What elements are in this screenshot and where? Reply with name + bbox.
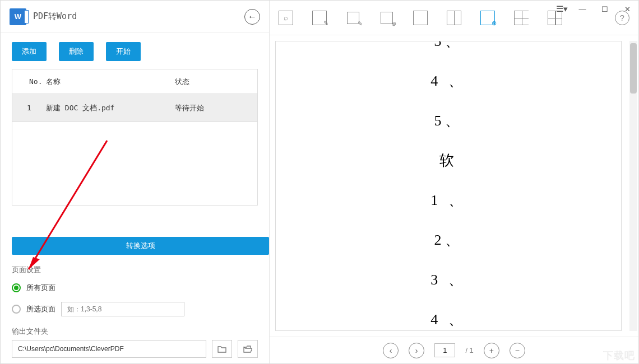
image-edit-icon[interactable]: ✎ [346,11,360,25]
convert-options-button[interactable]: 转换选项 [12,237,269,255]
preview-line: 4 、 [430,71,466,91]
page-title: PDF转Word [33,11,77,22]
output-path-input[interactable] [12,340,206,358]
page-remove-icon[interactable]: ⊗ [480,11,495,25]
start-button[interactable]: 开始 [106,42,141,61]
page-number-input[interactable]: 1 [434,343,455,357]
col-no-header: No. [12,77,46,86]
split-vertical-icon[interactable] [447,11,461,25]
radio-selected-pages-label: 所选页面 [26,304,55,314]
page-range-input[interactable] [61,302,184,316]
window-controls: ☰▾ — ☐ ✕ [552,1,638,17]
scrollbar-thumb[interactable] [630,43,637,94]
col-status-header: 状态 [164,77,257,87]
minimize-button[interactable]: — [571,1,594,17]
file-table: No. 名称 状态 1 新建 DOC 文档.pdf 等待开始 [12,69,258,206]
preview-line: 5、 [434,111,463,130]
radio-all-pages[interactable] [12,283,21,292]
left-header: PDF转Word ← [1,1,269,33]
image-remove-icon[interactable]: ⊗ [379,11,394,25]
word-icon [10,8,26,25]
zoom-out-button[interactable]: − [510,343,525,358]
radio-selected-pages[interactable] [12,305,21,314]
page-total-label: / 1 [465,346,473,354]
row-no: 1 [12,104,46,112]
preview-line: 3、 [434,41,463,51]
vertical-scrollbar[interactable] [629,41,637,331]
col-name-header: 名称 [46,77,164,87]
table-row[interactable]: 1 新建 DOC 文档.pdf 等待开始 [12,94,257,122]
delete-button[interactable]: 删除 [59,42,94,61]
zoom-search-icon[interactable]: ⌕ [279,11,293,25]
close-button[interactable]: ✕ [616,1,638,17]
crop-page-icon[interactable]: ✎ [312,11,327,25]
grid-2-icon[interactable] [514,11,529,25]
blank-page-icon[interactable] [413,11,428,25]
left-panel: PDF转Word ← 添加 删除 开始 No. 名称 状态 1 新建 DOC 文… [1,1,270,363]
page-settings-title: 页面设置 [12,265,258,275]
preview-line: 2、 [434,230,463,250]
next-page-button[interactable]: › [409,343,424,358]
preview-footer: ‹ › 1 / 1 + − [270,337,638,363]
radio-all-pages-row: 所有页面 [12,283,258,293]
page-canvas[interactable]: 3、 4 、 5、 软 1 、 2、 3 、 4 、 [275,41,622,331]
back-button[interactable]: ← [244,9,260,25]
row-status: 等待开始 [164,103,257,113]
preview-line: 4 、 [430,310,466,329]
action-row: 添加 删除 开始 [1,33,269,69]
radio-all-pages-label: 所有页面 [26,283,55,293]
zoom-in-button[interactable]: + [484,343,499,358]
prev-page-button[interactable]: ‹ [383,343,399,358]
add-button[interactable]: 添加 [12,42,47,61]
preview-line: 1 、 [430,190,466,210]
preview-area: 3、 4 、 5、 软 1 、 2、 3 、 4 、 [270,35,638,337]
browse-folder-button[interactable] [212,340,232,358]
radio-selected-pages-row: 所选页面 [12,302,258,316]
right-panel: ☰▾ — ☐ ✕ ⌕ ✎ ✎ ⊗ ⊗ ? 3、 4 、 5、 软 1 、 2、 [270,1,638,363]
maximize-button[interactable]: ☐ [594,1,616,17]
open-folder-button[interactable] [238,340,258,358]
table-header: No. 名称 状态 [12,69,257,94]
output-folder-label: 输出文件夹 [12,326,258,337]
preview-line: 3 、 [430,270,466,290]
row-name: 新建 DOC 文档.pdf [46,103,164,113]
output-row [12,340,258,358]
grid-4-icon[interactable] [548,11,562,25]
preview-line: 软 [439,151,457,170]
